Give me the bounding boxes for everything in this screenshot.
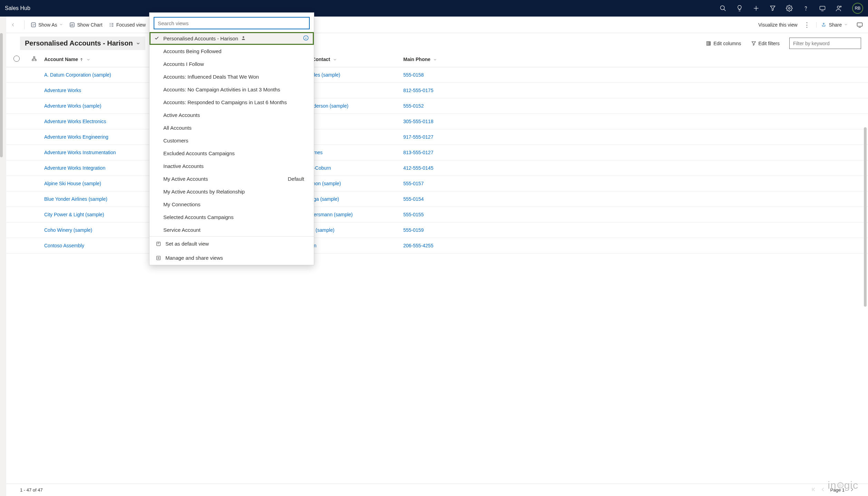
user-avatar[interactable]: RB <box>852 3 863 14</box>
app-title: Sales Hub <box>5 5 30 11</box>
svg-point-0 <box>721 6 725 10</box>
filter-icon[interactable] <box>769 5 776 12</box>
view-selector-dropdown: Personalised Accounts - HarisonAccounts … <box>149 12 314 17</box>
lightbulb-icon[interactable] <box>736 5 743 12</box>
svg-point-8 <box>840 6 841 7</box>
settings-icon[interactable] <box>786 5 793 12</box>
app-topbar: Sales Hub RB <box>0 0 868 17</box>
plus-icon[interactable] <box>753 5 760 12</box>
assistant-icon[interactable] <box>819 5 826 12</box>
svg-point-5 <box>806 10 806 10</box>
person-alert-icon[interactable] <box>836 5 842 12</box>
search-icon[interactable] <box>720 5 726 12</box>
svg-point-7 <box>837 6 840 8</box>
svg-point-4 <box>789 8 790 9</box>
svg-line-1 <box>724 9 726 11</box>
help-icon[interactable] <box>802 5 809 12</box>
svg-rect-6 <box>820 6 825 10</box>
